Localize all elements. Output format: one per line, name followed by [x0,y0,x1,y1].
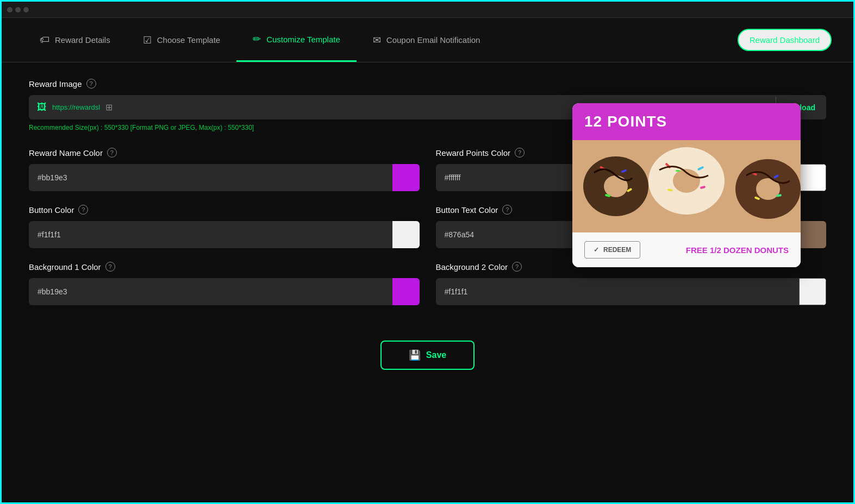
nav-label-coupon-email: Coupon Email Notification [386,35,480,45]
nav-bar: 🏷 Reward Details ☑ Choose Template ✏ Cus… [2,18,853,62]
dot-1 [7,7,13,12]
button-color-swatch[interactable] [392,221,420,248]
background2-color-row [436,278,827,305]
svg-rect-13 [676,170,680,172]
nav-label-reward-details: Reward Details [55,35,110,45]
preview-header: 12 POINTS [572,103,801,140]
button-color-help-icon[interactable]: ? [78,205,88,215]
reward-name-preview: FREE 1/2 DOZEN DONUTS [686,245,789,255]
background1-color-input[interactable] [29,280,392,304]
nav-label-choose-template: Choose Template [157,35,220,45]
preview-points-text: 12 POINTS [584,113,789,130]
background2-color-wrapper: Background 2 Color ? [436,262,827,305]
background2-color-swatch[interactable] [799,278,826,305]
background1-color-wrapper: Background 1 Color ? [29,262,420,305]
reward-points-color-swatch[interactable] [799,164,826,191]
image-placeholder-icon: 🖼 [37,102,47,113]
background1-color-help-icon[interactable]: ? [105,262,115,272]
background1-color-title: Background 1 Color ? [29,262,420,272]
background1-color-row [29,278,420,305]
donut-svg [572,140,801,232]
reward-name-color-help-icon[interactable]: ? [107,148,117,158]
redeem-label: REDEEM [603,246,631,254]
window-controls [7,7,29,12]
button-text-color-swatch[interactable] [799,221,826,248]
button-color-title: Button Color ? [29,205,420,215]
reward-name-color-wrapper: Reward Name Color ? [29,148,420,191]
save-label: Save [426,350,446,360]
nav-item-customize-template[interactable]: ✏ Customize Template [236,18,357,62]
background2-color-input[interactable] [436,280,800,304]
checkmark-icon: ✓ [594,246,599,254]
nav-item-choose-template[interactable]: ☑ Choose Template [127,19,236,61]
redeem-button[interactable]: ✓ REDEEM [584,241,640,259]
reward-image-help-icon[interactable]: ? [86,79,96,89]
reward-points-color-help-icon[interactable]: ? [515,148,525,158]
reward-image-title: Reward Image ? [29,79,826,89]
nav-item-coupon-email[interactable]: ✉ Coupon Email Notification [357,19,497,61]
dot-2 [15,7,21,12]
preview-image [572,140,801,232]
nav-label-customize-template: Customize Template [266,35,340,44]
coupon-email-icon: ✉ [373,34,381,46]
button-color-row [29,221,420,248]
reward-details-icon: 🏷 [40,34,49,46]
save-section: 💾 Save [29,341,826,381]
background2-color-help-icon[interactable]: ? [512,262,522,272]
reward-name-color-title: Reward Name Color ? [29,148,420,158]
svg-point-2 [604,175,628,197]
image-url-text: https://rewardsl [52,103,100,111]
left-color-panel: Reward Name Color ? Button Color ? [29,148,420,319]
top-bar [2,2,853,18]
button-text-color-help-icon[interactable]: ? [502,205,512,215]
preview-footer: ✓ REDEEM FREE 1/2 DOZEN DONUTS [572,232,801,267]
reward-dashboard-label: Reward Dashboard [750,35,820,45]
customize-template-icon: ✏ [253,33,261,45]
preview-card-container: 12 POINTS [572,103,801,267]
reward-name-color-swatch[interactable] [392,164,420,191]
background1-color-swatch[interactable] [392,278,420,305]
button-color-wrapper: Button Color ? [29,205,420,248]
reward-name-color-row [29,164,420,191]
preview-card: 12 POINTS [572,103,801,267]
nav-item-reward-details[interactable]: 🏷 Reward Details [23,19,127,61]
button-color-input[interactable] [29,223,392,247]
dot-3 [23,7,29,12]
choose-template-icon: ☑ [143,34,152,46]
reward-name-color-input[interactable] [29,166,392,190]
save-icon: 💾 [409,349,421,361]
reward-dashboard-button[interactable]: Reward Dashboard [738,29,832,51]
image-table-icon: ⊞ [105,102,113,112]
save-button[interactable]: 💾 Save [380,341,475,370]
